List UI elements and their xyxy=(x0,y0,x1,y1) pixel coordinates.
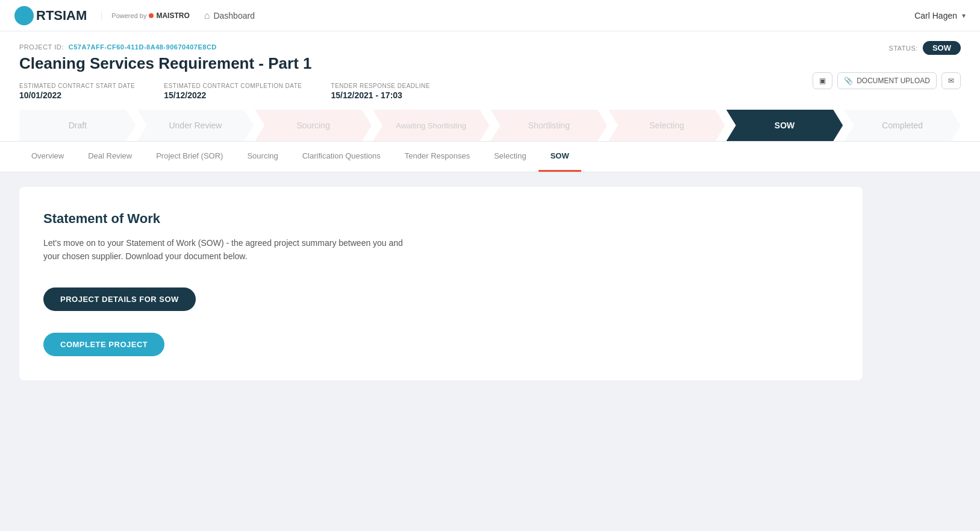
main-content: Statement of Work Let's move on to your … xyxy=(0,172,980,395)
dashboard-link[interactable]: ⌂ Dashboard xyxy=(204,10,255,21)
contract-end-value: 15/12/2022 xyxy=(164,90,206,100)
logo-circle xyxy=(14,6,34,25)
tab-selecting[interactable]: Selecting xyxy=(482,142,538,172)
tabs-bar: Overview Deal Review Project Brief (SOR)… xyxy=(0,142,980,172)
contract-end-label: ESTIMATED CONTRACT COMPLETION DATE xyxy=(164,83,302,89)
contract-start-value: 10/01/2022 xyxy=(19,90,61,100)
status-label: STATUS: xyxy=(889,45,918,52)
step-awaiting-shortlisting[interactable]: Awaiting Shortlisting xyxy=(373,110,490,141)
view-icon: ▣ xyxy=(819,77,826,85)
action-icons: ▣ 📎 DOCUMENT UPLOAD ✉ xyxy=(813,72,961,89)
paperclip-icon: 📎 xyxy=(844,77,853,85)
content-card: Statement of Work Let's move on to your … xyxy=(19,187,863,380)
tender-deadline-label: TENDER RESPONSE DEADLINE xyxy=(331,83,430,89)
contract-end: ESTIMATED CONTRACT COMPLETION DATE 15/12… xyxy=(164,83,302,100)
logo-text: RTSIAM xyxy=(36,8,87,24)
tab-project-brief[interactable]: Project Brief (SOR) xyxy=(144,142,235,172)
powered-by: Powered by MAISTRO xyxy=(101,11,189,20)
chevron-down-icon: ▾ xyxy=(962,11,966,20)
step-sourcing[interactable]: Sourcing xyxy=(255,110,372,141)
project-id-row: PROJECT ID: C57A7AFF-CF60-411D-8A48-9067… xyxy=(19,43,961,51)
contract-start: ESTIMATED CONTRACT START DATE 10/01/2022 xyxy=(19,83,135,100)
project-title: Cleaning Services Requirement - Part 1 xyxy=(19,54,961,73)
step-selecting[interactable]: Selecting xyxy=(608,110,725,141)
tab-overview[interactable]: Overview xyxy=(19,142,76,172)
complete-project-button[interactable]: COMPLETE PROJECT xyxy=(43,333,164,356)
steps-bar: Draft Under Review Sourcing Awaiting Sho… xyxy=(19,110,961,141)
document-upload-button[interactable]: 📎 DOCUMENT UPLOAD xyxy=(837,72,937,89)
tab-clarification[interactable]: Clarification Questions xyxy=(290,142,393,172)
email-button[interactable]: ✉ xyxy=(941,72,961,89)
project-id-value: C57A7AFF-CF60-411D-8A48-90670407E8CD xyxy=(69,43,217,51)
document-upload-label: DOCUMENT UPLOAD xyxy=(857,77,930,85)
step-sow[interactable]: SOW xyxy=(726,110,843,141)
maistro-dot xyxy=(149,13,154,18)
email-icon: ✉ xyxy=(948,77,954,85)
view-button[interactable]: ▣ xyxy=(813,72,832,89)
tab-tender-responses[interactable]: Tender Responses xyxy=(393,142,482,172)
user-menu[interactable]: Carl Hagen ▾ xyxy=(914,11,966,20)
project-details-sow-button[interactable]: PROJECT DETAILS FOR SOW xyxy=(43,287,196,311)
status-badge: SOW xyxy=(923,41,961,55)
home-icon: ⌂ xyxy=(204,10,210,21)
status-area: STATUS: SOW xyxy=(889,41,961,55)
step-draft[interactable]: Draft xyxy=(19,110,136,141)
tab-sourcing[interactable]: Sourcing xyxy=(235,142,290,172)
sow-title: Statement of Work xyxy=(43,211,838,227)
user-name: Carl Hagen xyxy=(914,11,957,20)
tab-deal-review[interactable]: Deal Review xyxy=(76,142,144,172)
project-header: PROJECT ID: C57A7AFF-CF60-411D-8A48-9067… xyxy=(0,31,980,142)
step-shortlisting[interactable]: Shortlisting xyxy=(491,110,608,141)
tender-deadline-value: 15/12/2021 - 17:03 xyxy=(331,90,402,100)
logo[interactable]: RTSIAM xyxy=(14,6,87,25)
step-under-review[interactable]: Under Review xyxy=(137,110,254,141)
project-id-label: PROJECT ID: xyxy=(19,43,64,51)
step-completed[interactable]: Completed xyxy=(844,110,961,141)
sow-description: Let's move on to your Statement of Work … xyxy=(43,236,417,263)
tender-deadline: TENDER RESPONSE DEADLINE 15/12/2021 - 17… xyxy=(331,83,430,100)
contract-start-label: ESTIMATED CONTRACT START DATE xyxy=(19,83,135,89)
tab-sow[interactable]: SOW xyxy=(538,142,581,172)
navbar: RTSIAM Powered by MAISTRO ⌂ Dashboard Ca… xyxy=(0,0,980,31)
